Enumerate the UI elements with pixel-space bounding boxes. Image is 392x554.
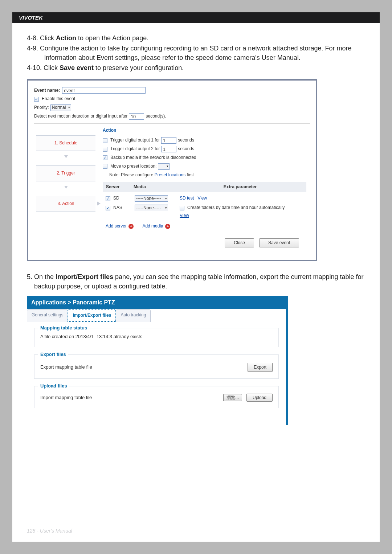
export-files-legend: Export files bbox=[38, 351, 68, 358]
table-row: SD -----None----- SD test View bbox=[103, 192, 306, 202]
backup-media-label: Backup media if the network is disconnec… bbox=[110, 155, 196, 161]
tab-import-export[interactable]: Import/Export files bbox=[68, 309, 116, 321]
sd-view-link[interactable]: View bbox=[197, 196, 207, 201]
priority-select[interactable]: Normal bbox=[50, 104, 72, 111]
add-media-link[interactable]: Add media bbox=[142, 223, 163, 229]
step-action[interactable]: 3. Action bbox=[36, 196, 95, 212]
nas-view-link[interactable]: View bbox=[180, 213, 189, 218]
step-trigger[interactable]: 2. Trigger bbox=[36, 165, 95, 181]
nas-media-select[interactable]: -----None----- bbox=[135, 205, 168, 211]
sd-checkbox[interactable] bbox=[106, 196, 110, 201]
chevron-down-icon bbox=[64, 155, 68, 158]
export-files-fieldset: Export files Export mapping table file E… bbox=[34, 354, 279, 379]
instruction-4-10: 4-10. Click Save event to preserve your … bbox=[27, 63, 365, 73]
create-folders-checkbox[interactable] bbox=[180, 206, 184, 210]
move-preset-checkbox[interactable] bbox=[103, 164, 107, 169]
divider bbox=[12, 26, 380, 26]
tab-general-settings[interactable]: General settings bbox=[27, 309, 68, 321]
trigger-do2-suffix: seconds bbox=[178, 146, 194, 152]
sd-media-select[interactable]: -----None----- bbox=[135, 195, 168, 202]
mapping-status-legend: Mapping table status bbox=[38, 325, 89, 332]
event-name-label: Event name: bbox=[34, 87, 60, 94]
enable-event-checkbox[interactable] bbox=[34, 97, 39, 102]
nas-label: NAS bbox=[113, 205, 122, 211]
trigger-do2-label: Trigger digital output 2 for bbox=[110, 146, 160, 152]
page-footer: 128 - User's Manual bbox=[27, 528, 72, 534]
add-server-link[interactable]: Add server bbox=[106, 223, 127, 229]
create-folders-label: Create folders by date time and hour aut… bbox=[187, 205, 285, 211]
upload-button[interactable]: Upload bbox=[246, 394, 273, 402]
trigger-do2-input[interactable]: 1 bbox=[161, 146, 176, 152]
table-row: NAS -----None----- Create folders by dat… bbox=[103, 202, 306, 219]
tab-auto-tracking[interactable]: Auto tracking bbox=[116, 309, 151, 321]
action-table-header: Server Media Extra parameter bbox=[103, 182, 306, 192]
trigger-do1-input[interactable]: 1 bbox=[161, 137, 176, 144]
brand-header: VIVOTEK bbox=[12, 12, 380, 23]
browse-button[interactable]: 瀏覽... bbox=[223, 394, 242, 401]
breadcrumb: Applications > Panoramic PTZ bbox=[27, 296, 286, 309]
move-preset-select[interactable] bbox=[158, 163, 170, 170]
mapping-status-text: A file created on 2013/4/1_13:14:3 alrea… bbox=[40, 333, 273, 340]
mapping-status-fieldset: Mapping table status A file created on 2… bbox=[34, 328, 279, 347]
detect-interval-input[interactable]: 10 bbox=[129, 113, 144, 120]
preset-note: Note: Please configure Preset locations … bbox=[109, 172, 306, 178]
step-schedule[interactable]: 1. Schedule bbox=[36, 135, 95, 151]
upload-files-legend: Upload files bbox=[38, 383, 69, 390]
sd-label: SD bbox=[113, 195, 119, 201]
move-preset-label: Move to preset location: bbox=[110, 163, 156, 169]
export-button[interactable]: Export bbox=[248, 363, 273, 372]
preset-locations-link[interactable]: Preset locations bbox=[155, 172, 185, 177]
instruction-4-9: 4-9. Configure the action to take by con… bbox=[27, 44, 365, 62]
chevron-down-icon bbox=[64, 186, 68, 189]
event-config-panel: Event name: event Enable this event Prio… bbox=[27, 79, 317, 261]
chevron-right-icon bbox=[97, 201, 101, 206]
trigger-do1-checkbox[interactable] bbox=[103, 138, 107, 143]
event-name-input[interactable]: event bbox=[62, 87, 146, 94]
nas-checkbox[interactable] bbox=[106, 206, 110, 210]
action-heading: Action bbox=[103, 127, 306, 134]
save-event-button[interactable]: Save event bbox=[259, 238, 299, 247]
detect-prefix: Detect next motion detection or digital … bbox=[34, 113, 127, 119]
export-text: Export mapping table file bbox=[40, 364, 92, 371]
trigger-do2-checkbox[interactable] bbox=[103, 147, 107, 152]
upload-text: Import mapping table file bbox=[40, 394, 92, 401]
trigger-do1-suffix: seconds bbox=[178, 137, 194, 143]
trigger-do1-label: Trigger digital output 1 for bbox=[110, 137, 160, 143]
close-button[interactable]: Close bbox=[225, 238, 254, 247]
priority-label: Priority: bbox=[34, 104, 49, 111]
plus-icon: + bbox=[128, 224, 134, 229]
instruction-4-8: 4-8. Click Action to open the Action pag… bbox=[27, 33, 365, 43]
enable-event-label: Enable this event bbox=[42, 96, 75, 102]
plus-icon: + bbox=[165, 224, 170, 229]
instruction-5: 5. On the Import/Export files pane, you … bbox=[27, 272, 365, 291]
panoramic-ptz-panel: Applications > Panoramic PTZ General set… bbox=[27, 296, 288, 425]
detect-suffix: second(s). bbox=[146, 113, 166, 119]
upload-files-fieldset: Upload files Import mapping table file 瀏… bbox=[34, 386, 279, 408]
sd-test-link[interactable]: SD test bbox=[180, 196, 194, 201]
backup-media-checkbox[interactable] bbox=[103, 155, 107, 160]
